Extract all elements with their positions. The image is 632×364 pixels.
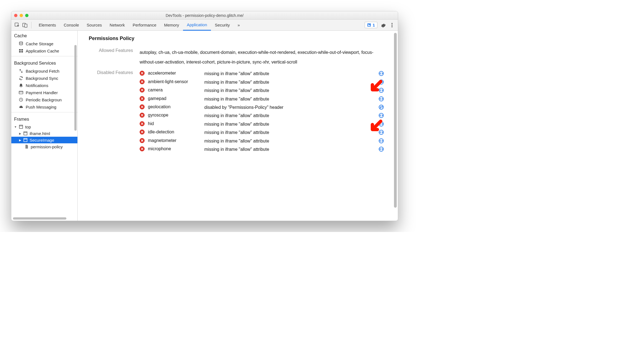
devtools-body: Cache Cache Storage Application Cache Ba…: [11, 31, 398, 221]
tab-sources[interactable]: Sources: [83, 20, 106, 31]
inspect-element-icon[interactable]: [14, 22, 20, 28]
tab-elements[interactable]: Elements: [35, 20, 60, 31]
sidebar-item-periodic-background[interactable]: Periodic Backgroun: [11, 96, 77, 103]
tabs-overflow-icon[interactable]: »: [234, 20, 244, 31]
feature-name: hid: [148, 121, 203, 126]
reveal-iframe-icon[interactable]: [376, 146, 387, 152]
disabled-feature-row: cameramissing in iframe "allow" attribut…: [140, 86, 387, 95]
chevron-right-icon: ▶: [19, 139, 21, 142]
sidebar-item-label: Application Cache: [26, 49, 59, 53]
disabled-feature-row: gamepadmissing in iframe "allow" attribu…: [140, 95, 387, 103]
reveal-iframe-icon[interactable]: [376, 71, 387, 76]
sidebar-divider: [11, 56, 77, 56]
feature-reason: missing in iframe "allow" attribute: [204, 138, 375, 144]
error-icon: [140, 96, 145, 101]
allowed-features-value: autoplay, ch-ua, ch-ua-mobile, document-…: [140, 48, 387, 67]
frame-tree-child-selected[interactable]: ▶ SecureImage: [11, 137, 77, 143]
tab-network[interactable]: Network: [106, 20, 129, 31]
sidebar-item-payment-handler[interactable]: Payment Handler: [11, 89, 77, 96]
sidebar-item-label: Background Fetch: [26, 69, 59, 73]
sidebar-item-push-messaging[interactable]: Push Messaging: [11, 103, 77, 110]
feature-reason: missing in iframe "allow" attribute: [204, 146, 375, 152]
tab-memory[interactable]: Memory: [160, 20, 183, 31]
frame-tree-child[interactable]: ▶ iframe.html: [11, 130, 77, 137]
database-icon: [19, 41, 23, 46]
feature-reason: missing in iframe "allow" attribute: [204, 88, 375, 94]
svg-rect-10: [21, 51, 23, 52]
error-icon: [140, 104, 145, 109]
feature-reason: missing in iframe "allow" attribute: [204, 96, 375, 102]
page-title: Permissions Policy: [89, 36, 387, 41]
frame-icon: [23, 138, 28, 143]
bell-icon: [19, 83, 23, 88]
feature-name: camera: [148, 88, 203, 93]
window-title: DevTools - permission-policy-demo.glitch…: [11, 13, 398, 18]
error-icon: [140, 138, 145, 143]
feature-name: idle-detection: [148, 130, 203, 134]
more-menu-icon[interactable]: [389, 22, 395, 28]
application-sidebar: Cache Cache Storage Application Cache Ba…: [11, 31, 78, 221]
devtools-tabs: Elements Console Sources Network Perform…: [35, 20, 363, 31]
sidebar-item-background-sync[interactable]: Background Sync: [11, 75, 77, 82]
error-icon: [140, 79, 145, 84]
sidebar-vertical-scrollbar[interactable]: [74, 45, 77, 131]
tab-console[interactable]: Console: [60, 20, 83, 31]
sidebar-item-application-cache[interactable]: Application Cache: [11, 47, 77, 54]
annotation-arrow-icon: [367, 80, 382, 95]
settings-icon[interactable]: [380, 22, 386, 28]
svg-rect-9: [19, 51, 21, 52]
sidebar-item-label: Notifications: [26, 83, 48, 88]
annotation-arrow-icon: [367, 120, 382, 134]
sidebar-section-bgservices: Background Services: [11, 58, 77, 67]
reveal-header-icon[interactable]: [376, 104, 387, 110]
svg-point-3: [391, 23, 393, 24]
chevron-right-icon: ▶: [19, 132, 21, 135]
main-panel: Permissions Policy Allowed Features auto…: [78, 31, 398, 221]
tab-application[interactable]: Application: [183, 20, 211, 31]
sidebar-section-frames: Frames: [11, 114, 77, 123]
disabled-feature-row: gyroscopemissing in iframe "allow" attri…: [140, 112, 387, 120]
disabled-features-row: Disabled Features accelerometermissing i…: [89, 70, 387, 154]
sidebar-item-label: Background Sync: [26, 76, 58, 81]
svg-point-4: [391, 25, 393, 26]
window-titlebar: DevTools - permission-policy-demo.glitch…: [11, 11, 398, 20]
sidebar-divider: [11, 112, 77, 112]
chevron-down-icon: ▼: [14, 125, 17, 128]
disabled-feature-row: accelerometermissing in iframe "allow" a…: [140, 70, 387, 78]
frame-label: iframe.html: [30, 131, 50, 136]
disabled-features-list: accelerometermissing in iframe "allow" a…: [140, 70, 387, 154]
svg-rect-8: [21, 49, 23, 51]
sync-icon: [19, 76, 23, 81]
sidebar-item-notifications[interactable]: Notifications: [11, 82, 77, 89]
devtools-toolbar: Elements Console Sources Network Perform…: [11, 20, 398, 31]
device-toggle-icon[interactable]: [22, 22, 28, 28]
feature-reason: missing in iframe "allow" attribute: [204, 121, 375, 127]
svg-rect-7: [19, 49, 21, 51]
document-icon: [24, 144, 29, 149]
disabled-feature-row: microphonemissing in iframe "allow" attr…: [140, 145, 387, 154]
main-vertical-scrollbar[interactable]: [394, 33, 397, 208]
reveal-iframe-icon[interactable]: [376, 113, 387, 118]
feature-name: gyroscope: [148, 113, 203, 118]
sidebar-item-background-fetch[interactable]: Background Fetch: [11, 67, 77, 75]
sidebar-item-cache-storage[interactable]: Cache Storage: [11, 40, 77, 47]
svg-point-6: [19, 42, 23, 43]
feature-name: accelerometer: [148, 71, 203, 76]
feature-reason: missing in iframe "allow" attribute: [204, 130, 375, 136]
tab-security[interactable]: Security: [211, 20, 234, 31]
feature-name: ambient-light-sensor: [148, 79, 203, 84]
frame-tree-leaf[interactable]: permission-policy: [11, 143, 77, 150]
feature-reason: disabled by "Permissions-Policy" header: [204, 104, 375, 110]
feature-reason: missing in iframe "allow" attribute: [204, 113, 375, 119]
disabled-feature-row: idle-detectionmissing in iframe "allow" …: [140, 128, 387, 137]
sidebar-item-label: Push Messaging: [26, 105, 56, 109]
reveal-iframe-icon[interactable]: [376, 96, 387, 102]
issues-badge[interactable]: 1: [365, 22, 377, 28]
svg-point-5: [391, 26, 393, 27]
error-icon: [140, 71, 145, 76]
frame-tree-top[interactable]: ▼ top: [11, 123, 77, 130]
feature-reason: missing in iframe "allow" attribute: [204, 79, 375, 85]
reveal-iframe-icon[interactable]: [376, 138, 387, 144]
tab-performance[interactable]: Performance: [129, 20, 160, 31]
sidebar-horizontal-scrollbar[interactable]: [13, 217, 66, 220]
